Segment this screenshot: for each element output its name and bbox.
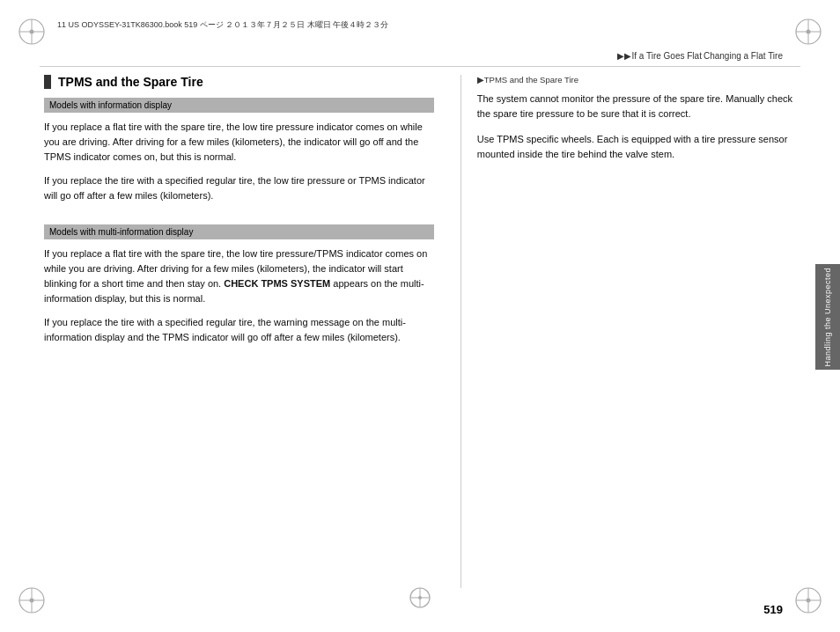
section-title-text: TPMS and the Spare Tire (58, 75, 203, 89)
sub-heading-2: Models with multi-information display (44, 224, 434, 239)
svg-point-3 (30, 30, 34, 34)
title-bar-icon (44, 75, 51, 89)
sub2-paragraph-1: If you replace a flat tire with the spar… (44, 246, 434, 306)
svg-point-7 (807, 30, 811, 34)
breadcrumb-part1: ▶▶If a Tire Goes Flat (617, 51, 701, 61)
sub2-paragraph-2: If you replace the tire with a specified… (44, 315, 434, 345)
corner-decoration-br (792, 584, 824, 616)
right-column: ▶TPMS and the Spare Tire The system cann… (461, 75, 796, 588)
right-paragraph-1: The system cannot monitor the pressure o… (477, 92, 796, 121)
file-info-text: 11 US ODYSSEY-31TK86300.book 519 ページ ２０１… (57, 19, 388, 31)
right-col-heading: ▶TPMS and the Spare Tire (477, 75, 796, 85)
file-metadata: 11 US ODYSSEY-31TK86300.book 519 ページ ２０１… (57, 19, 783, 31)
section-title-block: TPMS and the Spare Tire (44, 75, 434, 89)
side-label: Handling the Unexpected (815, 264, 840, 370)
corner-decoration-tr (792, 16, 824, 48)
breadcrumb: ▶▶If a Tire Goes Flat Changing a Flat Ti… (617, 51, 783, 61)
svg-point-15 (807, 599, 811, 603)
side-label-text: Handling the Unexpected (823, 268, 832, 367)
corner-decoration-tl (16, 16, 48, 48)
sub1-paragraph-1: If you replace a flat tire with the spar… (44, 120, 434, 165)
right-heading-text: ▶TPMS and the Spare Tire (477, 75, 578, 85)
sub1-paragraph-2: If you replace the tire with a specified… (44, 173, 434, 203)
bottom-crosshair (408, 585, 432, 613)
main-content: TPMS and the Spare Tire Models with info… (44, 75, 796, 588)
svg-point-11 (30, 599, 34, 603)
right-paragraph-2: Use TPMS specific wheels. Each is equipp… (477, 132, 796, 162)
section-spacer (44, 212, 434, 224)
left-column: TPMS and the Spare Tire Models with info… (44, 75, 443, 588)
breadcrumb-part2: Changing a Flat Tire (704, 51, 783, 61)
top-rule (40, 66, 800, 67)
corner-decoration-bl (16, 584, 48, 616)
page-number: 519 (763, 603, 783, 616)
sub-heading-1: Models with information display (44, 98, 434, 113)
svg-point-19 (418, 596, 422, 599)
